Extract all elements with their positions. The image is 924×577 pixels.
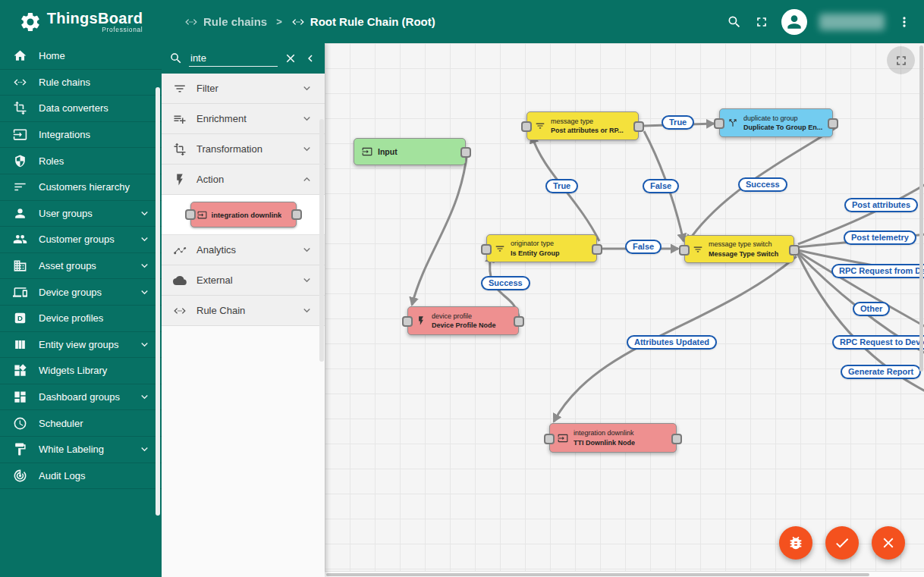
sidebar-item-dashboard-groups[interactable]: Dashboard groups — [0, 384, 162, 411]
output-port[interactable] — [789, 245, 800, 256]
chevron-down-icon — [138, 207, 151, 220]
breadcrumb-parent-label: Rule chains — [203, 15, 267, 28]
clear-search-button[interactable] — [284, 52, 297, 65]
sidebar-item-audit-logs[interactable]: Audit Logs — [0, 463, 162, 490]
canvas-horizontal-scrollbar[interactable] — [325, 571, 924, 577]
home-icon — [13, 49, 27, 63]
palette-category-enrichment[interactable]: Enrichment — [162, 104, 325, 134]
sidebar-item-label: Widgets Library — [39, 365, 151, 376]
input-port[interactable] — [714, 118, 724, 129]
palette-category-external[interactable]: External — [162, 265, 325, 296]
canvas-fullscreen-button[interactable] — [887, 46, 915, 74]
sidebar-item-scheduler[interactable]: Scheduler — [0, 410, 162, 437]
chevron-down-icon — [300, 143, 313, 155]
input-port[interactable] — [481, 244, 492, 255]
input-port[interactable] — [544, 434, 555, 444]
edge-label-false[interactable]: False — [643, 179, 679, 193]
node-originator-type[interactable]: originator typeIs Entity Group — [486, 234, 597, 262]
search-button[interactable] — [727, 14, 742, 30]
output-port[interactable] — [671, 434, 682, 444]
node-message-type-switch[interactable]: message type switchMessage Type Switch — [684, 235, 794, 263]
node-type-label: device profile — [432, 312, 496, 321]
breadcrumb: Rule chains > Root Rule Chain (Root) — [184, 15, 435, 29]
edge-label-post-attributes[interactable]: Post attributes — [844, 198, 918, 212]
node-input[interactable]: Input — [354, 138, 466, 165]
sidebar-item-device-profiles[interactable]: DDevice profiles — [0, 306, 162, 332]
sidebar-item-label: Customers hierarchy — [39, 181, 151, 193]
palette-category-action[interactable]: Action — [162, 165, 325, 195]
sidebar-item-data-converters[interactable]: Data converters — [0, 96, 162, 122]
input-icon — [362, 146, 372, 157]
node-duplicate-to-group[interactable]: duplicate to groupDuplicate To Group En.… — [719, 108, 833, 137]
sidebar-item-asset-groups[interactable]: Asset groups — [0, 253, 162, 280]
rule-chain-icon — [13, 75, 27, 89]
fullscreen-toggle-button[interactable] — [754, 14, 769, 30]
edge-label-true[interactable]: True — [545, 179, 578, 193]
more-menu-button[interactable] — [897, 14, 912, 30]
node-device-profile[interactable]: device profileDevice Profile Node — [407, 306, 519, 335]
palette-search-input[interactable] — [189, 51, 278, 67]
input-port[interactable] — [679, 245, 690, 256]
input-port[interactable] — [521, 121, 532, 132]
sidebar-item-label: Device profiles — [39, 312, 151, 324]
breadcrumb-rule-chains[interactable]: Rule chains — [184, 15, 267, 29]
sidebar-item-integrations[interactable]: Integrations — [0, 122, 162, 149]
sidebar-item-user-groups[interactable]: User groups — [0, 201, 162, 227]
node-message-type[interactable]: message typePost attributes or RP... — [526, 111, 639, 140]
apply-changes-button[interactable] — [825, 526, 859, 560]
output-port[interactable] — [460, 147, 471, 158]
playlist-add-icon — [173, 112, 187, 126]
collapse-palette-button[interactable] — [303, 52, 317, 65]
input-to-device-profile[interactable] — [412, 152, 467, 305]
edge-label-attributes-updated[interactable]: Attributes Updated — [627, 335, 717, 350]
canvas-vertical-scrollbar[interactable] — [919, 43, 924, 577]
palette-category-label: Action — [196, 174, 291, 185]
sidebar-item-roles[interactable]: Roles — [0, 148, 162, 174]
user-avatar[interactable] — [781, 9, 807, 35]
decline-changes-button[interactable] — [872, 526, 905, 560]
output-port[interactable] — [514, 316, 524, 327]
sidebar-item-entity-view-groups[interactable]: Entity view groups — [0, 332, 162, 359]
chevron-down-icon — [300, 112, 313, 125]
rule-chain-canvas[interactable]: Inputmessage typePost attributes or RP..… — [325, 43, 924, 577]
input-icon — [197, 210, 207, 220]
edge-label-success[interactable]: Success — [481, 276, 530, 290]
edge-label-other[interactable]: Other — [853, 302, 890, 316]
palette-node-integration-downlink[interactable]: integration downlink — [190, 202, 297, 227]
input-port[interactable] — [402, 316, 413, 327]
debug-mode-button[interactable] — [779, 526, 812, 560]
sidebar-item-rule-chains[interactable]: Rule chains — [0, 70, 162, 96]
sidebar-scrollbar[interactable] — [156, 87, 160, 516]
edge-label-success[interactable]: Success — [738, 177, 787, 192]
output-port[interactable] — [828, 118, 838, 129]
sidebar-item-white-labeling[interactable]: White Labeling — [0, 437, 162, 463]
edge-label-post-telemetry[interactable]: Post telemetry — [844, 230, 916, 245]
node-integration-downlink[interactable]: integration downlinkTTI Downlink Node — [549, 423, 677, 453]
sidebar-item-home[interactable]: Home — [0, 43, 162, 70]
edge-label-false[interactable]: False — [625, 240, 662, 254]
edge-label-true[interactable]: True — [662, 115, 694, 130]
palette-category-label: Transformation — [196, 143, 291, 155]
output-port[interactable] — [592, 244, 602, 255]
input-icon — [558, 433, 568, 444]
sidebar-item-device-groups[interactable]: Device groups — [0, 279, 162, 306]
edge-label-generate-report[interactable]: Generate Report — [841, 365, 921, 379]
edge-label-rpc-request-to-device[interactable]: RPC Request to Device — [832, 335, 924, 350]
widgets-icon — [13, 363, 27, 378]
chevron-down-icon — [300, 82, 313, 95]
output-port[interactable] — [633, 121, 644, 132]
sidebar-item-customers-hierarchy[interactable]: Customers hierarchy — [0, 174, 162, 201]
node-type-label: Input — [378, 146, 398, 157]
edge-label-rpc-request-from-device[interactable]: RPC Request from Device — [831, 264, 924, 278]
palette-category-filter[interactable]: Filter — [162, 74, 325, 104]
node-type-label: message type switch — [709, 240, 778, 249]
palette-category-transformation[interactable]: Transformation — [162, 134, 325, 165]
palette-category-analytics[interactable]: Analytics — [162, 235, 325, 265]
palette-scrollbar[interactable] — [319, 119, 324, 362]
sidebar-item-customer-groups[interactable]: Customer groups — [0, 227, 162, 253]
node-palette: FilterEnrichmentTransformationActioninte… — [162, 43, 325, 577]
palette-category-rule-chain[interactable]: Rule Chain — [162, 296, 325, 326]
sidebar-item-widgets-library[interactable]: Widgets Library — [0, 358, 162, 384]
sidebar-item-label: Customer groups — [39, 234, 127, 245]
logo[interactable]: ThingsBoard Professional — [0, 10, 162, 33]
